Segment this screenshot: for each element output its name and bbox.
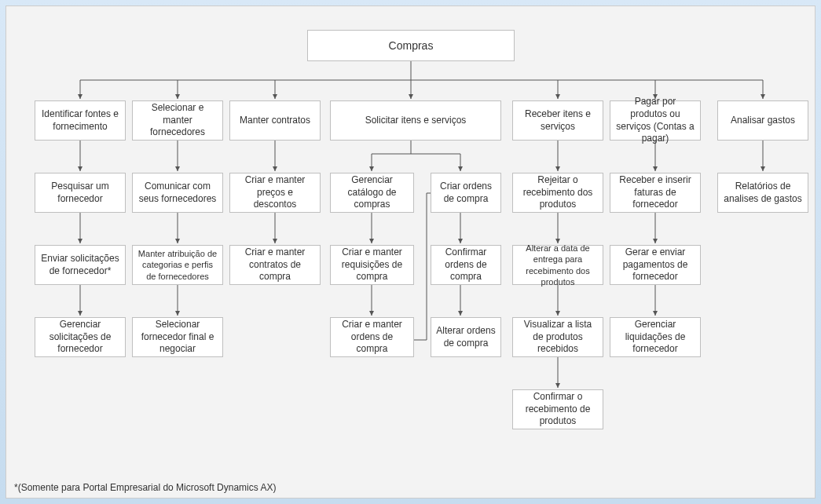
col3b-item1: Confirmar ordens de compra [431,245,501,285]
footnote-text: *(Somente para Portal Empresarial do Mic… [14,482,276,493]
col0-item2: Gerenciar solicitações de fornecedor [35,317,126,357]
col-head-5: Pagar por produtos ou serviços (Contas a… [610,100,701,141]
col1-item1: Manter atribuição de categorias e perfis… [132,245,223,285]
col-head-2: Manter contratos [229,100,321,141]
col5-item2: Gerenciar liquidações de fornecedor [610,317,701,357]
col2-item1: Criar e manter contratos de compra [229,245,321,285]
col-head-1: Selecionar e manter fornecedores [132,100,223,141]
col4-item2: Visualizar a lista de produtos recebidos [512,317,603,357]
col4-item3: Confirmar o recebimento de produtos [512,389,603,429]
col4-item1: Alterar a data de entrega para recebimen… [512,245,603,285]
col4-item0: Rejeitar o recebimento dos produtos [512,173,603,213]
col-head-6: Analisar gastos [717,100,808,141]
col-head-0: Identificar fontes e fornecimento [35,100,126,141]
col3a-item2: Criar e manter ordens de compra [330,317,414,357]
col3b-item2: Alterar ordens de compra [431,317,501,357]
col1-item0: Comunicar com seus fornecedores [132,173,223,213]
col5-item1: Gerar e enviar pagamentos de fornecedor [610,245,701,285]
col3a-item1: Criar e manter requisições de compra [330,245,414,285]
col6-item0: Relatórios de analises de gastos [717,173,808,213]
col5-item0: Receber e inserir faturas de fornecedor [610,173,701,213]
col0-item0: Pesquisar um fornecedor [35,173,126,213]
diagram-frame: Compras Identificar fontes e forneciment… [5,5,816,499]
col0-item1: Enviar solicitações de fornecedor* [35,245,126,285]
col2-item0: Criar e manter preços e descontos [229,173,321,213]
col3a-item0: Gerenciar catálogo de compras [330,173,414,213]
root-node: Compras [307,30,515,61]
col-head-4: Receber itens e serviços [512,100,603,141]
col1-item2: Selecionar fornecedor final e negociar [132,317,223,357]
col3b-item0: Criar ordens de compra [431,173,501,213]
col-head-3: Solicitar itens e serviços [330,100,501,141]
